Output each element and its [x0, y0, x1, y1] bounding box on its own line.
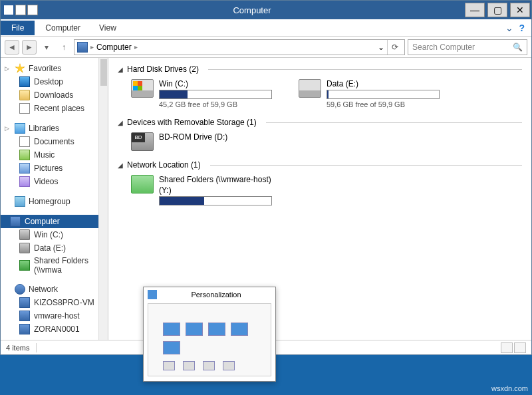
hdd-title: Hard Disk Drives (2) [127, 65, 199, 74]
item-icon [19, 311, 30, 321]
sidebar-scrollbar[interactable] [98, 58, 108, 340]
sidebar-group-network[interactable]: Network [1, 283, 108, 296]
collapse-icon[interactable]: ◢ [118, 66, 123, 73]
netloc-title: Network Location (1) [127, 160, 201, 170]
sidebar-libraries-item-3[interactable]: Videos [1, 175, 108, 188]
refresh-button[interactable]: ⟳ [387, 40, 402, 55]
sidebar-network-item-1[interactable]: vmware-host [1, 309, 108, 323]
tab-computer[interactable]: Computer [36, 21, 90, 35]
drive-free-text: 59,6 GB free of 59,9 GB [327, 100, 440, 108]
sidebar-group-libraries[interactable]: ▷ Libraries [1, 122, 108, 135]
drive-icon [131, 79, 154, 98]
sidebar-group-favorites[interactable]: ▷ Favorites [1, 62, 108, 75]
sidebar-libraries-item-1[interactable]: Music [1, 148, 108, 162]
item-icon [19, 163, 30, 174]
qat-icon-2[interactable] [27, 5, 38, 15]
drive-usage-bar [327, 90, 440, 99]
item-icon [19, 90, 30, 100]
item-count: 4 items [6, 344, 29, 352]
item-icon [19, 150, 30, 160]
item-label: ZORAN0001 [34, 325, 80, 334]
sidebar-group-homegroup[interactable]: Homegroup [1, 195, 108, 208]
sidebar-favorites-item-2[interactable]: Recent places [1, 102, 108, 115]
search-icon[interactable]: 🔍 [513, 43, 523, 52]
star-icon [15, 63, 25, 74]
sidebar-network-item-0[interactable]: KIZOS8PRO-VM [1, 296, 108, 309]
item-label: Win (C:) [34, 230, 63, 239]
minimize-button[interactable]: — [465, 3, 485, 17]
sidebar-computer-item-0[interactable]: Win (C:) [1, 228, 108, 241]
section-header-removable[interactable]: ◢ Devices with Removable Storage (1) [118, 118, 522, 127]
taskbar-thumbnail-preview[interactable]: Personalization [143, 287, 276, 382]
sidebar-computer-item-2[interactable]: Shared Folders (\\vmwa [1, 255, 108, 276]
drive-icon [299, 79, 321, 98]
collapse-icon[interactable]: ◢ [118, 119, 123, 126]
drive-hdd-1[interactable]: Data (E:)59,6 GB free of 59,9 GB [299, 79, 440, 108]
network-label: Network [29, 285, 58, 294]
item-label: KIZOS8PRO-VM [34, 298, 94, 307]
drive-name: Data (E:) [327, 79, 440, 88]
thumbnail-title: Personalization [161, 291, 271, 299]
quick-access-toolbar [1, 3, 41, 17]
close-button[interactable]: ✕ [510, 3, 530, 17]
drive-free-text: 45,2 GB free of 59,9 GB [159, 100, 272, 108]
tab-view[interactable]: View [90, 21, 126, 35]
item-label: Shared Folders (\\vmwa [34, 256, 104, 275]
homegroup-label: Homegroup [29, 197, 70, 206]
breadcrumb-sep-2: ▸ [134, 43, 138, 51]
expand-ribbon-icon[interactable]: ⌄ [505, 23, 513, 33]
item-label: Recent places [34, 104, 84, 113]
sidebar-libraries-item-2[interactable]: Pictures [1, 162, 108, 175]
watermark: wsxdn.com [491, 384, 528, 392]
sidebar-favorites-item-0[interactable]: Desktop [1, 75, 108, 88]
search-box[interactable]: Search Computer 🔍 [408, 39, 527, 55]
sidebar-group-computer[interactable]: Computer [1, 215, 108, 228]
tab-file[interactable]: File [1, 21, 35, 35]
ribbon-tabs: File Computer View ⌄ ? [1, 19, 531, 37]
computer-label: Computer [25, 217, 60, 226]
back-button[interactable]: ◄ [5, 40, 19, 55]
window-title: Computer [41, 5, 464, 15]
search-placeholder: Search Computer [412, 43, 475, 52]
section-header-hdd[interactable]: ◢ Hard Disk Drives (2) [118, 65, 522, 74]
thumbnail-content [148, 303, 271, 376]
sidebar-favorites-item-1[interactable]: Downloads [1, 88, 108, 102]
address-dropdown-icon[interactable]: ⌄ [378, 43, 384, 52]
title-bar[interactable]: Computer — ▢ ✕ [1, 1, 531, 19]
section-header-netloc[interactable]: ◢ Network Location (1) [118, 160, 522, 170]
window-controls: — ▢ ✕ [464, 1, 531, 19]
item-icon [19, 297, 30, 308]
drive-hdd-0[interactable]: Win (C:)45,2 GB free of 59,9 GB [131, 79, 272, 108]
help-icon[interactable]: ? [519, 23, 525, 33]
forward-button[interactable]: ► [22, 40, 37, 55]
drive-removable-0[interactable]: BD-ROM Drive (D:) [131, 132, 227, 151]
sidebar-computer-item-1[interactable]: Data (E:) [1, 241, 108, 255]
drive-name: Win (C:) [159, 79, 272, 88]
network-icon [15, 284, 25, 295]
maximize-button[interactable]: ▢ [487, 3, 507, 17]
view-details-button[interactable] [501, 342, 513, 353]
app-icon [3, 5, 14, 15]
drive-usage-bar [159, 196, 272, 205]
address-bar[interactable]: ▸ Computer ▸ ⌄ ⟳ [74, 39, 405, 55]
item-icon [19, 229, 30, 240]
drive-name: BD-ROM Drive (D:) [159, 132, 227, 142]
qat-icon-1[interactable] [15, 5, 26, 15]
item-label: Documents [34, 137, 74, 146]
item-icon [19, 136, 30, 147]
breadcrumb-location[interactable]: Computer [96, 43, 132, 52]
drive-network-0[interactable]: Shared Folders (\\vmware-host)(Y:) [131, 175, 272, 205]
sidebar-libraries-item-0[interactable]: Documents [1, 135, 108, 148]
sidebar-network-item-2[interactable]: ZORAN0001 [1, 323, 108, 336]
item-icon [19, 176, 30, 187]
personalization-icon [148, 290, 157, 299]
removable-title: Devices with Removable Storage (1) [127, 118, 257, 127]
history-dropdown[interactable]: ▾ [39, 40, 54, 55]
drive-usage-bar [159, 90, 272, 99]
navigation-pane: ▷ Favorites DesktopDownloadsRecent place… [1, 58, 108, 340]
libraries-label: Libraries [29, 124, 59, 133]
view-tiles-button[interactable] [514, 342, 526, 353]
collapse-icon[interactable]: ◢ [118, 162, 123, 169]
up-button[interactable]: ↑ [57, 40, 71, 55]
item-icon [19, 324, 30, 334]
